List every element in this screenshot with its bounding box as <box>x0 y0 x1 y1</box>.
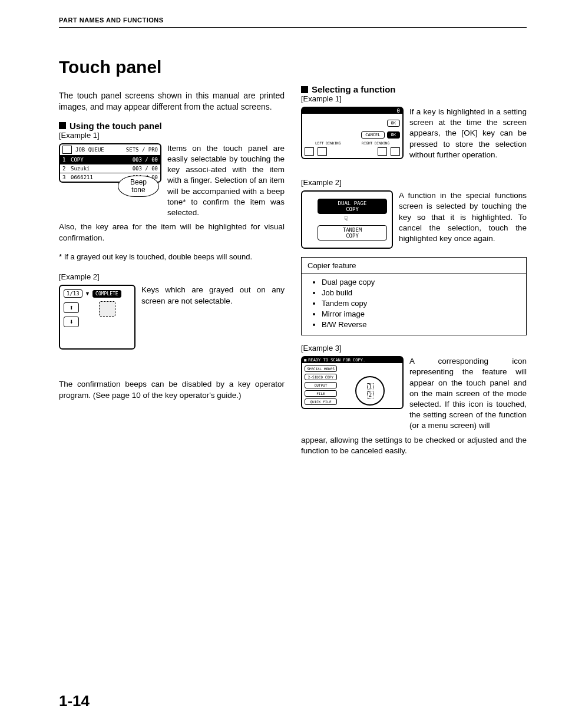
quick-file-button[interactable]: QUICK FILE <box>305 398 337 405</box>
example-1-label: [Example 1] <box>59 131 285 140</box>
beep-tone-callout: Beeptone <box>118 176 159 197</box>
figure-job-queue: JOB QUEUE SETS / PRO 1 COPY 003 / 00 2 S… <box>59 143 161 197</box>
para-ok-key: If a key is highlighted in a setting scr… <box>409 107 527 160</box>
para-icon-appears-cont: appear, allowing the settings to be chec… <box>301 435 527 456</box>
page-counter: 1/13 <box>64 289 82 298</box>
ok-button[interactable]: OK <box>387 131 400 139</box>
copier-feature-table: Copier feature Dual page copy Job build … <box>301 257 527 335</box>
running-header: PART NAMES AND FUNCTIONS <box>59 17 527 28</box>
doc-icon: ▣ <box>304 358 306 363</box>
list-item: Job build <box>322 288 526 297</box>
right-column: Selecting a function [Example 1] 0 OK CA… <box>301 82 527 465</box>
down-arrow-button[interactable]: ⬇ <box>64 317 79 327</box>
para-disable-beeps: The confirmation beeps can be disabled b… <box>59 379 285 400</box>
grayed-out-key <box>99 301 115 317</box>
page-number: 1-14 <box>59 692 90 710</box>
para-grayed-keys: Keys which are grayed out on any screen … <box>141 285 285 306</box>
fig1-row-2[interactable]: 2 Suzuki 003 / 00 <box>60 164 160 173</box>
fig1-row-1[interactable]: 1 COPY 003 / 00 <box>60 155 160 164</box>
special-modes-button[interactable]: SPECIAL MODES <box>305 365 337 372</box>
file-button[interactable]: FILE <box>305 390 337 397</box>
two-sided-copy-button[interactable]: 2-SIDED COPY <box>305 374 337 380</box>
right-binding-label: RIGHT BINDING <box>362 141 389 145</box>
footnote-double-beep: * If a grayed out key is touched, double… <box>59 252 285 262</box>
para-highlight-confirm: Also, the key area for the item will be … <box>59 222 285 243</box>
printer-icon <box>62 146 72 154</box>
feature-table-title: Copier feature <box>302 258 526 274</box>
r-example-3-label: [Example 3] <box>301 344 527 353</box>
fig1-header: JOB QUEUE <box>75 147 104 153</box>
counter-zero: 0 <box>397 108 400 114</box>
left-bind-icon[interactable] <box>378 147 387 156</box>
tandem-copy-button[interactable]: TANDEMCOPY <box>318 225 387 241</box>
figure-special-functions: DUAL PAGECOPY ☟ TANDEMCOPY <box>301 190 393 249</box>
para-items-selectable: Items on the touch panel are easily sele… <box>167 143 285 219</box>
example-2-label: [Example 2] <box>59 272 285 281</box>
list-item: B/W Reverse <box>322 320 526 329</box>
heading-selecting-function: Selecting a function <box>301 84 527 94</box>
pointer-icon: ☟ <box>305 215 387 223</box>
complete-badge[interactable]: COMPLETE <box>92 290 121 298</box>
output-button[interactable]: OUTPUT <box>305 382 337 388</box>
list-item: Dual page copy <box>322 278 526 286</box>
tandem-icon <box>305 229 314 237</box>
list-item: Tandem copy <box>322 299 526 308</box>
left-column: The touch panel screens shown in this ma… <box>59 82 285 465</box>
feature-list: Dual page copy Job build Tandem copy Mir… <box>313 278 526 329</box>
list-item: Mirror image <box>322 309 526 318</box>
left-binding-label: LEFT BINDING <box>315 141 340 145</box>
figure-ok-screen: 0 OK CANCEL OK LEFT BINDING RIGHT BINDIN… <box>301 107 404 159</box>
para-highlight-toggle: A function in the special functions scre… <box>399 190 527 244</box>
figure-ready-scan: ▣READY TO SCAN FOR COPY. SPECIAL MODES 2… <box>301 356 404 409</box>
up-arrow-button[interactable]: ⬆ <box>64 302 79 313</box>
r-example-1-label: [Example 1] <box>301 94 527 103</box>
dual-page-copy-button[interactable]: DUAL PAGECOPY <box>318 199 387 214</box>
binder-icon <box>318 147 327 156</box>
cancel-button[interactable]: CANCEL <box>361 131 384 139</box>
heading-using-touch-panel: Using the touch panel <box>59 121 285 131</box>
para-icon-appears: A corresponding icon representing the fe… <box>409 356 527 431</box>
binder-icon <box>305 147 314 156</box>
intro-text: The touch panel screens shown in this ma… <box>59 90 285 113</box>
ok-badge-small[interactable]: OK <box>387 120 400 127</box>
right-bind-icon[interactable] <box>391 147 400 156</box>
dual-page-icon <box>305 202 314 210</box>
r-example-2-label: [Example 2] <box>301 178 527 187</box>
fig1-header2: SETS / PRO <box>126 147 158 153</box>
feature-icon-callout: 1 2 <box>355 376 385 406</box>
page-title: Touch panel <box>59 57 527 77</box>
figure-grayed-key: 1/13 ▼ COMPLETE ⬆ ⬇ <box>59 285 135 350</box>
